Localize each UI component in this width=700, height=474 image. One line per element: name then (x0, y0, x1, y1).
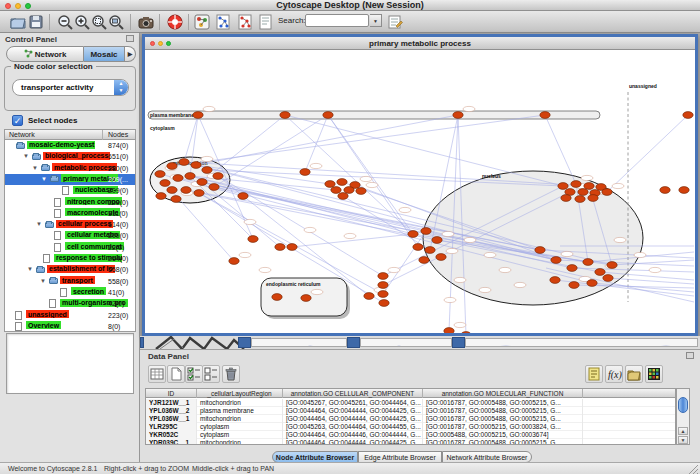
network-node[interactable] (301, 295, 311, 302)
tree-row[interactable]: unassigned223(0) (5, 310, 135, 321)
window-fragment[interactable] (347, 337, 360, 348)
cell-id[interactable]: YKR052C (146, 431, 197, 439)
zoom-out-icon[interactable] (56, 13, 74, 31)
network-node[interactable] (660, 187, 670, 194)
network-node[interactable] (364, 293, 374, 300)
function-builder-icon[interactable]: f(x) (605, 365, 623, 383)
table-scrollbar[interactable]: ▲ ▼ (676, 388, 690, 445)
help-icon[interactable] (166, 13, 184, 31)
tree-row[interactable]: cellular metabo209(0) (5, 230, 135, 241)
tree-row[interactable]: cell communicat22(0) (5, 242, 135, 253)
save-session-icon[interactable] (27, 13, 45, 31)
delete-attribute-icon[interactable] (222, 365, 240, 383)
cell-molecular-function[interactable]: [GO:0016787, GO:0005488, GO:0005215, G..… (423, 415, 583, 423)
network-node[interactable] (248, 236, 258, 243)
import-attributes-icon[interactable] (625, 365, 643, 383)
network-node[interactable] (323, 112, 333, 119)
snapshot-camera-icon[interactable] (137, 13, 155, 31)
network-node[interactable] (300, 169, 310, 176)
birdseye-view-panel[interactable] (6, 333, 134, 394)
cell-molecular-function[interactable]: [GO:0016787, GO:0005488, GO:0005215, G..… (423, 439, 583, 445)
network-node[interactable] (436, 254, 446, 261)
network-node[interactable] (453, 112, 463, 119)
table-column-header[interactable] (583, 389, 676, 398)
zoom-selected-icon[interactable] (90, 13, 108, 31)
expander-icon[interactable]: ▼ (36, 221, 42, 227)
network-node[interactable] (325, 181, 335, 188)
tab-scroll-right-icon[interactable]: ▶ (125, 46, 136, 62)
network-node[interactable] (193, 112, 203, 119)
tree-row[interactable]: response to stimulu264(0) (5, 253, 135, 264)
network-node[interactable] (185, 173, 195, 180)
network-node[interactable] (569, 282, 579, 289)
show-table-icon[interactable] (148, 365, 166, 383)
network-node[interactable] (213, 173, 223, 180)
table-column-header[interactable]: ID (146, 389, 197, 398)
network-node[interactable] (421, 228, 431, 235)
cell-cellular-component[interactable]: [GO:0044464, GO:0044446, GO:0044444, G..… (283, 431, 423, 439)
annotation-icon[interactable] (256, 13, 274, 31)
cell-cellular-component[interactable]: [GO:0044464, GO:0044444, GO:0044425, G..… (283, 407, 423, 415)
network-node[interactable] (535, 247, 545, 254)
network-node[interactable] (197, 179, 207, 186)
open-session-icon[interactable] (9, 13, 27, 31)
select-attributes-icon[interactable] (185, 365, 203, 383)
network-node[interactable] (160, 180, 170, 187)
network-node[interactable] (356, 188, 366, 195)
network-node[interactable] (191, 162, 201, 169)
expander-icon[interactable]: ▼ (32, 165, 38, 171)
window-fragment[interactable] (452, 337, 465, 348)
network-node[interactable] (408, 231, 418, 238)
zoom-fit-icon[interactable] (107, 13, 125, 31)
network-node[interactable] (209, 184, 219, 191)
resize-grip-icon[interactable] (688, 464, 699, 474)
window-fragment[interactable] (251, 338, 347, 347)
cell-region[interactable]: mitochondrion (197, 415, 283, 423)
scrollbar-thumb[interactable] (678, 397, 688, 413)
network-node[interactable] (584, 183, 594, 190)
network-node[interactable] (551, 257, 561, 264)
network-node[interactable] (344, 187, 354, 194)
expander-icon[interactable]: ▼ (41, 176, 47, 182)
tree-row[interactable]: ▼transport558(0) (5, 276, 135, 287)
expander-icon[interactable]: ▼ (23, 153, 29, 159)
network-node[interactable] (287, 244, 297, 251)
network-node[interactable] (413, 244, 423, 251)
cell-cellular-component[interactable]: [GO:0044464, GO:0044444, GO:0044425, G..… (283, 439, 423, 445)
network-node[interactable] (567, 265, 577, 272)
window-fragment[interactable] (465, 338, 698, 347)
cell-molecular-function[interactable]: [GO:0005488, GO:0005215, GO:0003674] (423, 431, 583, 439)
expander-icon[interactable]: ▼ (27, 266, 33, 272)
expander-icon[interactable]: ▼ (40, 278, 46, 284)
tree-column-network[interactable]: Network (5, 130, 103, 140)
network-node[interactable] (679, 187, 689, 194)
network-node[interactable] (578, 189, 588, 196)
network-node[interactable] (425, 247, 435, 254)
network-node[interactable] (202, 167, 212, 174)
network-node[interactable] (272, 294, 282, 301)
cell-molecular-function[interactable]: [GO:0016787, GO:0005488, GO:0005215, G..… (423, 399, 583, 407)
tree-row[interactable]: secretion41(0) (5, 287, 135, 298)
cell-cellular-component[interactable]: [GO:0044464, GO:0044444, GO:0044425, G..… (283, 415, 423, 423)
tree-row[interactable]: macromolecule311(0) (5, 208, 135, 219)
network-node[interactable] (194, 190, 204, 197)
network-canvas[interactable]: plasma membranecytoplasmmitochondrionnuc… (145, 50, 695, 333)
tree-row[interactable]: mosaic-demo-yeast874(0) (5, 140, 135, 151)
search-input[interactable] (305, 14, 369, 27)
table-column-header[interactable]: _cellularLayoutRegion (197, 389, 283, 398)
network-node[interactable] (229, 258, 239, 265)
cell-id[interactable]: YLR295C (146, 423, 197, 431)
tree-row[interactable]: multi-organism pro42(0) (5, 298, 135, 309)
tab-mosaic[interactable]: Mosaic (84, 46, 125, 62)
network-node[interactable] (337, 179, 347, 186)
network-node[interactable] (561, 195, 571, 202)
matrix-icon[interactable] (645, 365, 663, 383)
network-view-window[interactable]: primary metabolic process plasma membran… (142, 34, 698, 336)
tree-row[interactable]: ▼establishment of lo558(0) (5, 264, 135, 275)
network-node[interactable] (602, 189, 612, 196)
table-row[interactable]: YJR121W__1mitochondrion[GO:0045267, GO:0… (146, 399, 676, 407)
network-node[interactable] (378, 291, 388, 298)
network-node[interactable] (173, 175, 183, 182)
cell-region[interactable]: cytoplasm (197, 423, 283, 431)
layout-network-red-icon[interactable] (235, 13, 253, 31)
